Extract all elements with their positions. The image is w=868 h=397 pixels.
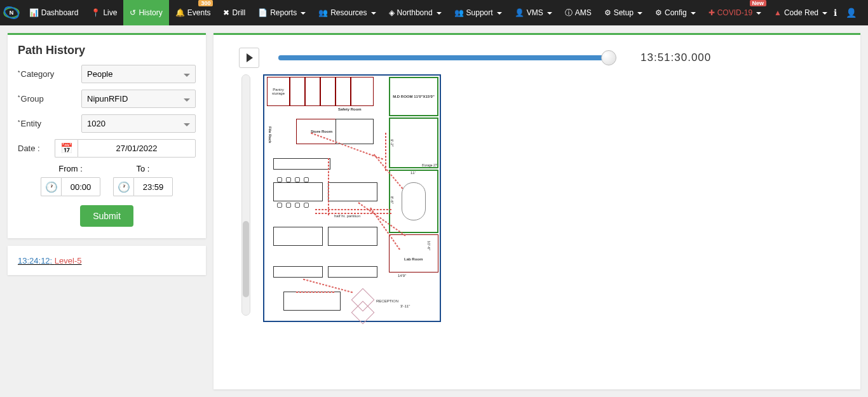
nav-covid[interactable]: New✚COVID-19 <box>702 0 768 25</box>
users-icon: 👥 <box>318 8 328 17</box>
nav-dashboard[interactable]: 📊Dashboard <box>23 0 85 25</box>
room-small-4 <box>336 77 351 106</box>
path-seg <box>315 213 391 214</box>
submit-button[interactable]: Submit <box>80 205 133 227</box>
play-button[interactable] <box>239 48 259 68</box>
history-icon: ↺ <box>130 8 136 17</box>
path-seg <box>328 158 329 215</box>
nav-resources[interactable]: 👥Resources <box>312 0 382 25</box>
date-label: Date : <box>18 144 55 153</box>
level-panel: 13:24:12: Level-5 <box>8 246 206 275</box>
dashboard-icon: 📊 <box>29 8 39 17</box>
accessibility-icon: ⓘ <box>565 8 573 18</box>
chevron-down-icon <box>184 94 190 104</box>
path-seg <box>303 279 353 293</box>
safety-label: Safety Room <box>338 107 362 111</box>
chevron-down-icon <box>821 8 827 17</box>
entity-label: Entity <box>18 119 81 128</box>
dim4-label: 10'-6" <box>427 241 431 250</box>
from-time-input[interactable] <box>61 177 100 196</box>
location-icon: 📍 <box>91 8 100 17</box>
chevron-down-icon <box>496 8 502 17</box>
path-seg <box>385 133 386 171</box>
room-small-2 <box>305 77 320 106</box>
timeline-slider[interactable] <box>278 55 609 60</box>
nav-config[interactable]: ⚙Config <box>649 0 702 25</box>
user-icon[interactable]: 👤 <box>846 8 857 18</box>
room-small-3 <box>320 77 336 106</box>
top-navbar: N 📊Dashboard 📍Live ↺History 300🔔Events ✖… <box>0 0 868 25</box>
chevron-down-icon <box>435 8 442 17</box>
nav-reports[interactable]: 📄Reports <box>252 0 312 25</box>
to-label: To : <box>137 164 150 173</box>
app-logo[interactable]: N <box>0 0 23 25</box>
reception-label: RECEPTION <box>376 299 398 303</box>
chevron-down-icon <box>755 8 761 17</box>
slider-fill <box>278 55 609 60</box>
nav-items: 📊Dashboard 📍Live ↺History 300🔔Events ✖Dr… <box>23 0 834 25</box>
date-picker-button[interactable]: 📅 <box>55 139 78 158</box>
room-small-1 <box>290 77 305 106</box>
lab-room <box>389 234 438 273</box>
level-link[interactable]: 13:24:12: Level-5 <box>18 256 81 266</box>
clock-icon: 🕐 <box>118 181 130 193</box>
group-select[interactable]: NipunRFID <box>81 90 196 108</box>
nav-history[interactable]: ↺History <box>123 0 168 25</box>
chevron-down-icon <box>184 69 190 79</box>
nav-live[interactable]: 📍Live <box>85 0 123 25</box>
nav-northbond[interactable]: ◈Northbond <box>383 0 448 25</box>
path-seg <box>315 209 391 210</box>
diamond-icon: ◈ <box>389 8 395 17</box>
cogs-icon: ⚙ <box>604 8 611 17</box>
floor-plan[interactable]: Pantry storage Safety Room Store Room Fi… <box>263 74 441 322</box>
desk-cluster-3b <box>328 227 377 246</box>
date-input[interactable] <box>78 139 196 158</box>
desk-cluster-top <box>336 119 374 144</box>
chevron-down-icon <box>184 119 190 128</box>
panel-title: Path History <box>18 44 196 57</box>
room-small-5 <box>351 77 374 106</box>
nav-right: ℹ 👤 <box>834 8 868 18</box>
nav-ams[interactable]: ⓘAMS <box>559 0 598 25</box>
scrollbar-thumb[interactable] <box>243 221 249 297</box>
nav-drill[interactable]: ✖Drill <box>217 0 252 25</box>
dim1-label: 9'-2" <box>390 139 394 147</box>
player-controls: 13:51:30.000 <box>239 48 835 68</box>
path-history-panel: Path History Category People Group Nipun… <box>8 33 206 238</box>
vertical-scrollbar[interactable] <box>241 74 250 316</box>
info-icon[interactable]: ℹ <box>834 8 837 18</box>
file-icon: 📄 <box>258 8 268 17</box>
playback-time: 13:51:30.000 <box>641 51 711 64</box>
desk-row-4b <box>328 266 377 278</box>
new-badge: New <box>750 0 767 6</box>
group-label: Group <box>18 94 81 104</box>
calendar-icon: 📅 <box>60 142 73 154</box>
gear-icon: ⚙ <box>655 8 662 17</box>
drill-icon: ✖ <box>223 8 229 17</box>
entity-select[interactable]: 1020 <box>81 114 196 133</box>
nav-code-red[interactable]: ▲Code Red <box>768 0 834 25</box>
from-time-button[interactable]: 🕐 <box>41 177 61 196</box>
bell-icon: 🔔 <box>175 8 185 17</box>
room-pantry: Pantry storage <box>267 77 290 106</box>
nav-events[interactable]: 300🔔Events <box>169 0 217 25</box>
chevron-down-icon <box>689 8 696 17</box>
to-time-input[interactable] <box>133 177 173 196</box>
nav-vms[interactable]: 👤VMS <box>508 0 559 25</box>
dim2-label: 11' <box>410 171 416 175</box>
room-green-2 <box>389 118 438 168</box>
nav-setup[interactable]: ⚙Setup <box>598 0 649 25</box>
category-select[interactable]: People <box>81 65 196 83</box>
svg-text:N: N <box>10 10 14 16</box>
path-seg <box>296 292 334 293</box>
slider-thumb[interactable] <box>601 50 616 65</box>
nav-support[interactable]: 👥Support <box>448 0 508 25</box>
map-panel: 13:51:30.000 Pantry storage Safety Room … <box>214 33 860 389</box>
filerack-label: File Rack <box>268 126 272 143</box>
users-icon: 👥 <box>454 8 464 17</box>
desk-row-1 <box>273 158 330 170</box>
chevron-down-icon <box>299 8 306 17</box>
chevron-down-icon <box>370 8 376 17</box>
desk-cluster-3a <box>273 227 323 246</box>
to-time-button[interactable]: 🕐 <box>113 177 133 196</box>
